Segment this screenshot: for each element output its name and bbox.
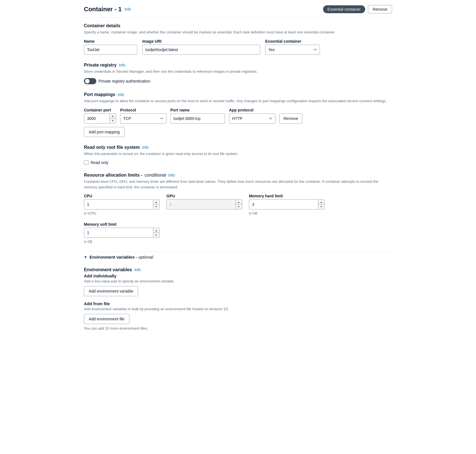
memory-hard-spinner-buttons: ▲ ▼ [318,200,324,209]
essential-container-select[interactable]: Yes No [265,45,320,55]
container-port-spinner-wrapper: ▲ ▼ [84,113,116,124]
cpu-input[interactable] [84,199,160,209]
container-port-label: Container port [84,108,116,112]
read-only-info-link[interactable]: Info [142,145,148,150]
protocol-select[interactable]: TCP UDP [120,113,166,124]
container-port-up-btn[interactable]: ▲ [109,114,116,118]
gpu-group: GPU ▲ ▼ [166,194,242,215]
read-only-section: Read only root file system Info When thi… [84,145,392,165]
port-mappings-desc: Add port mappings to allow the container… [84,98,392,104]
gpu-label: GPU [166,194,242,198]
memory-soft-label: Memory soft limit [84,222,160,227]
resource-allocation-desc: Container-level CPU, GPU, and memory lim… [84,179,392,190]
private-registry-info-link[interactable]: Info [119,63,125,67]
port-name-group: Port name [170,108,225,124]
container-details-title: Container details [84,23,392,28]
container-title-text: Container - 1 [84,6,122,13]
env-variables-collapsible-title: Environment variables - optional [90,255,153,259]
private-registry-section: Private registry Info Store credentials … [84,63,392,85]
memory-soft-group: Memory soft limit ▲ ▼ in GB [84,222,160,244]
container-details-form-row: Name Image URI Essential container Yes N… [84,39,392,55]
resource-allocation-italic: conditional [145,173,166,178]
read-only-checkbox[interactable] [84,160,88,165]
add-env-file-button[interactable]: Add environment file [84,314,129,324]
port-name-input[interactable] [170,113,225,124]
port-mappings-title: Port mappings Info [84,92,392,97]
port-remove-button[interactable]: Remove [279,113,302,124]
env-variables-collapsible-header[interactable]: ▼ Environment variables - optional [84,252,392,262]
add-from-file-desc: Add environment variables in bulk by pro… [84,307,392,311]
port-mappings-info-link[interactable]: Info [118,92,124,97]
cpu-label: CPU [84,194,160,198]
name-field-group: Name [84,39,137,55]
memory-hard-label: Memory hard limit [249,194,325,198]
read-only-checkbox-label: Read only [91,160,108,165]
read-only-checkbox-wrapper: Read only [84,160,392,165]
essential-container-button[interactable]: Essential container [323,5,365,13]
memory-hard-unit: in GB [249,211,325,215]
memory-hard-down-btn[interactable]: ▼ [318,204,324,209]
resource-allocation-title: Resource allocation limits - conditional… [84,173,392,178]
read-only-desc: When this parameter is turned on, the co… [84,151,392,157]
resource-allocation-info-link[interactable]: Info [168,173,175,177]
protocol-label: Protocol [120,108,166,112]
cpu-up-btn[interactable]: ▲ [153,200,159,204]
memory-soft-down-btn[interactable]: ▼ [153,233,159,237]
memory-hard-group: Memory hard limit ▲ ▼ in GB [249,194,325,215]
name-label: Name [84,39,137,44]
env-variables-info-link[interactable]: Info [134,268,141,272]
header-remove-button[interactable]: Remove [368,5,392,13]
memory-soft-spinner-wrapper: ▲ ▼ [84,228,160,238]
essential-container-field-group: Essential container Yes No [265,39,320,55]
memory-soft-spinner-buttons: ▲ ▼ [153,228,159,237]
app-protocol-select[interactable]: HTTP HTTP2 gRPC [229,113,275,124]
protocol-group: Protocol TCP UDP [120,108,166,124]
resource-allocation-section: Resource allocation limits - conditional… [84,173,392,244]
cpu-group: CPU ▲ ▼ in vCPU [84,194,160,215]
name-input[interactable] [84,45,137,55]
memory-soft-up-btn[interactable]: ▲ [153,228,159,233]
environment-variables-section: Environment variables Info Add individua… [84,267,392,330]
private-registry-toggle-label: Private registry authentication [99,79,150,83]
image-uri-field-group: Image URI [142,39,260,55]
toggle-slider [84,78,96,84]
gpu-up-btn[interactable]: ▲ [235,200,242,204]
header-info-link[interactable]: Info [124,7,131,12]
memory-hard-spinner-wrapper: ▲ ▼ [249,199,325,209]
gpu-spinner-wrapper: ▲ ▼ [166,199,242,209]
env-files-footnote: You can add 10 more environment files. [84,326,392,330]
header-actions: Essential container Remove [323,5,392,13]
gpu-down-btn[interactable]: ▼ [235,204,242,209]
private-registry-title: Private registry Info [84,63,392,68]
app-protocol-label: App protocol [229,108,275,112]
cpu-spinner-buttons: ▲ ▼ [153,200,159,209]
container-title: Container - 1 Info [84,6,131,13]
add-individually-subsection: Add individually Add a key-value pair to… [84,273,392,296]
memory-hard-input[interactable] [249,199,325,209]
container-details-section: Container details Specify a name, contai… [84,23,392,55]
essential-container-label: Essential container [265,39,320,44]
env-variables-title: Environment variables Info [84,267,392,272]
port-name-label: Port name [170,108,225,112]
image-uri-input[interactable] [142,45,260,55]
private-registry-toggle[interactable] [84,78,96,84]
read-only-title: Read only root file system Info [84,145,392,150]
cpu-unit: in vCPU [84,211,160,215]
cpu-down-btn[interactable]: ▼ [153,204,159,209]
collapse-arrow-icon: ▼ [84,255,87,259]
add-individually-desc: Add a key-value pair to specify an envir… [84,279,392,283]
image-uri-label: Image URI [142,39,260,44]
memory-soft-unit: in GB [84,240,160,244]
private-registry-toggle-wrapper: Private registry authentication [84,78,392,84]
container-port-down-btn[interactable]: ▼ [109,118,116,123]
add-env-variable-button[interactable]: Add environment variable [84,286,138,296]
resource-fields-row: CPU ▲ ▼ in vCPU GPU ▲ ▼ [84,194,392,244]
memory-soft-input[interactable] [84,228,160,238]
container-port-spinner-buttons: ▲ ▼ [109,114,116,123]
container-port-group: Container port ▲ ▼ [84,108,116,124]
add-individually-title: Add individually [84,273,392,278]
add-port-mapping-button[interactable]: Add port mapping [84,127,125,137]
port-mapping-row: Container port ▲ ▼ Protocol TCP UDP Port [84,108,392,124]
app-protocol-group: App protocol HTTP HTTP2 gRPC [229,108,275,124]
memory-hard-up-btn[interactable]: ▲ [318,200,324,204]
